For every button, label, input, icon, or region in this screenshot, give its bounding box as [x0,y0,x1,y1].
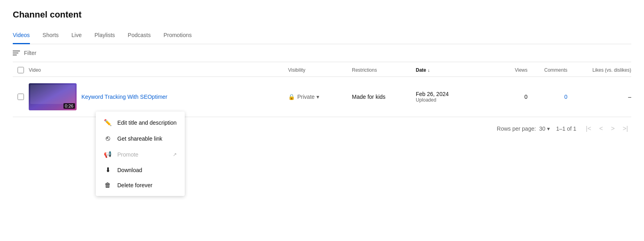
col-video: Video [29,67,288,73]
next-page-button[interactable]: > [608,123,618,134]
visibility-dropdown[interactable]: Private ▾ [297,94,319,100]
filter-icon[interactable] [13,51,20,55]
filter-bar: Filter [13,44,631,62]
likes-cell: – [567,94,631,100]
tabs-bar: Videos Shorts Live Playlists Podcasts Pr… [13,28,631,44]
comments-link[interactable]: 0 [564,94,567,100]
restrictions-cell: Made for kids [352,94,416,100]
rows-per-page-label: Rows per page: [497,125,536,132]
video-thumbnail[interactable]: 0:26 [29,83,77,110]
video-title[interactable]: Keyword Tracking With SEOptimer [81,94,168,100]
filter-label[interactable]: Filter [24,50,36,56]
rows-dropdown[interactable]: 30 ▾ [539,125,550,132]
views-cell: 0 [488,94,527,100]
tab-promotions[interactable]: Promotions [164,28,192,44]
row-checkbox-cell [13,94,29,100]
date-sort-arrow: ↓ [428,68,430,72]
col-date[interactable]: Date ↓ [416,67,488,73]
date-main: Feb 26, 2024 [416,91,488,97]
visibility-cell: 🔒 Private ▾ [288,94,352,100]
col-restrictions: Restrictions [352,67,416,73]
page-title: Channel content [13,10,631,20]
rows-per-page: Rows per page: 30 ▾ [497,125,550,132]
menu-download-label: Download [117,167,177,173]
visibility-value: Private [297,94,315,100]
promote-icon: 📢 [104,151,112,158]
col-visibility: Visibility [288,67,352,73]
external-link-icon: ↗ [173,152,177,157]
context-menu: ✏️ Edit title and description ⎋ Get shar… [96,112,185,196]
date-cell: Feb 26, 2024 Uploaded [416,91,488,103]
tab-live[interactable]: Live [71,28,82,44]
menu-promote-label: Promote [117,151,167,158]
menu-item-shareable-link[interactable]: ⎋ Get shareable link [96,130,185,147]
duration-badge: 0:26 [63,103,75,109]
visibility-chevron: ▾ [316,94,319,100]
col-likes: Likes (vs. dislikes) [567,67,631,73]
menu-item-download[interactable]: ⬇ Download [96,162,185,178]
share-icon: ⎋ [104,134,112,143]
date-sub: Uploaded [416,97,488,103]
menu-edit-label: Edit title and description [117,120,177,126]
delete-icon: 🗑 [104,182,112,189]
download-icon: ⬇ [104,166,112,174]
rows-per-page-value: 30 [539,125,545,132]
rows-dropdown-chevron: ▾ [547,125,550,132]
menu-item-delete[interactable]: 🗑 Delete forever [96,178,185,193]
comments-cell: 0 [527,94,567,100]
edit-icon: ✏️ [104,119,112,126]
tab-playlists[interactable]: Playlists [95,28,115,44]
prev-page-button[interactable]: < [596,123,606,134]
menu-delete-label: Delete forever [117,182,177,188]
row-checkbox[interactable] [18,94,24,100]
last-page-button[interactable]: >| [620,123,632,134]
menu-item-edit-title[interactable]: ✏️ Edit title and description [96,115,185,130]
page-wrapper: Channel content Videos Shorts Live Playl… [0,0,644,241]
col-views: Views [488,67,527,73]
menu-share-label: Get shareable link [117,135,177,142]
menu-item-promote: 📢 Promote ↗ [96,147,185,162]
table-row: 0:26 Keyword Tracking With SEOptimer 🔒 P… [13,77,631,117]
page-nav: |< < > >| [583,123,631,134]
first-page-button[interactable]: |< [583,123,595,134]
page-info: 1–1 of 1 [556,125,577,132]
select-all-checkbox[interactable] [18,67,24,73]
tab-shorts[interactable]: Shorts [43,28,59,44]
tab-podcasts[interactable]: Podcasts [128,28,151,44]
header-checkbox-cell [13,67,29,73]
video-cell: 0:26 Keyword Tracking With SEOptimer [29,83,288,110]
tab-videos[interactable]: Videos [13,28,30,44]
lock-icon: 🔒 [288,94,295,100]
thumbnail-table-graphic [30,85,75,104]
table-header: Video Visibility Restrictions Date ↓ Vie… [13,62,631,77]
col-comments: Comments [527,67,567,73]
